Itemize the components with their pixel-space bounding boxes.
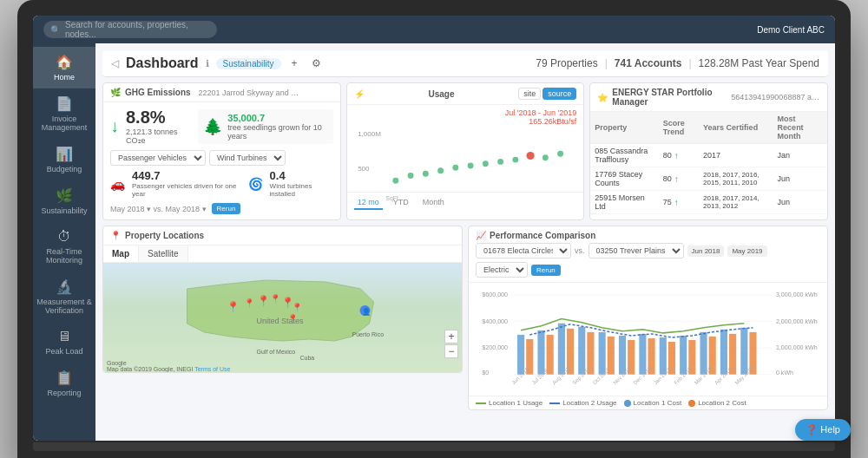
perf-chart-svg: $600,000 $400,000 $200,000 $0 3,000,000 … (476, 286, 820, 392)
sidebar-item-reporting[interactable]: 📋 Reporting (33, 363, 95, 404)
help-button[interactable]: ❓ Help (795, 419, 851, 441)
breadcrumb-tag[interactable]: Sustainability (216, 58, 281, 69)
ghg-body: ↓ 8.8% 2,121.3 tonnes CO₂e 🌲 35,000.7 (103, 102, 340, 219)
search-bar[interactable]: 🔍 Search for accounts, properties, nodes… (43, 21, 217, 38)
peakload-icon: 🖥 (57, 329, 71, 344)
es-title: ENERGY STAR Portfolio Manager (612, 88, 723, 107)
sidebar-item-realtime[interactable]: ⏱ Real-Time Monitoring (33, 222, 95, 272)
sidebar-item-budgeting[interactable]: 📊 Budgeting (33, 139, 95, 180)
legend-loc1-usage-label: Location 1 Usage (489, 399, 542, 407)
svg-text:Puerto Rico: Puerto Rico (352, 331, 385, 337)
svg-point-9 (497, 159, 503, 165)
map-pin-6: 📍 (292, 302, 303, 313)
sidebar-label-home: Home (54, 73, 75, 82)
map-card: 📍 Property Locations Map Satellite (102, 226, 463, 373)
svg-text:2,000,000 kWh: 2,000,000 kWh (776, 318, 818, 325)
svg-point-11 (526, 152, 534, 160)
ghg-subtitle: 22201 Jarrod Skyway and 77 oth... (199, 88, 303, 97)
ghg-card-header: 🌿 GHG Emissions 22201 Jarrod Skyway and … (103, 83, 340, 102)
reporting-icon: 📋 (56, 370, 73, 386)
svg-point-5 (437, 167, 444, 173)
performance-card: 📈 Performance Comparison 01678 Electa Ci… (468, 226, 828, 410)
passenger-vehicles-select[interactable]: Passenger Vehicles (110, 150, 206, 166)
back-button[interactable]: ◁ (111, 57, 119, 69)
map-attribution: Google Map data ©2019 Google, INEGI Term… (107, 360, 230, 372)
info-icon: ℹ (206, 58, 209, 69)
svg-text:United States: United States (257, 317, 305, 325)
es-score-1: 80 ↑ (659, 144, 699, 167)
map-pin-3: 📍 (257, 294, 270, 307)
ghg-stat2: 0.4 Wind turbines installed (270, 169, 333, 198)
sidebar-label-peakload: Peak Load (45, 347, 82, 356)
svg-text:500: 500 (358, 165, 370, 173)
ghg-rerun-button[interactable]: Rerun (212, 203, 241, 214)
map-tab-map[interactable]: Map (103, 245, 139, 262)
legend-loc1-cost-label: Location 1 Cost (634, 399, 682, 407)
sidebar-item-mv[interactable]: 🔬 Measurement & Verification (33, 272, 95, 322)
usage-card: ⚡ Usage site source Jul '2018 - Jun '201… (346, 82, 585, 220)
source-toggle[interactable]: source (542, 88, 576, 100)
dashboard-grid: 🌿 GHG Emissions 22201 Jarrod Skyway and … (102, 82, 828, 220)
legend-loc2-usage: Location 2 Usage (549, 399, 616, 407)
zoom-out-button[interactable]: − (444, 344, 458, 358)
invoice-icon: 📄 (56, 95, 73, 112)
metric-select[interactable]: Electric (476, 262, 528, 278)
sidebar-label-realtime: Real-Time Monitoring (36, 247, 92, 265)
perf-rerun-button[interactable]: Rerun (531, 265, 561, 276)
es-subtitle: 56413941990068887 and 740... (731, 93, 820, 101)
zoom-in-button[interactable]: + (444, 330, 458, 344)
svg-text:$0: $0 (482, 370, 489, 376)
terms-label[interactable]: Terms of Use (194, 366, 230, 372)
svg-text:3,000,000 kWh: 3,000,000 kWh (776, 291, 818, 298)
sidebar-item-home[interactable]: 🏠 Home (33, 47, 95, 88)
table-row: 25915 Morsen Ltd 75 ↑ 2018, 2017, 2014, … (590, 191, 827, 214)
ghg-arrow-icon: ↓ (110, 116, 119, 136)
tree-data: 35,000.7 tree seedlings grown for 10 yea… (227, 113, 327, 141)
add-button[interactable]: + (288, 56, 301, 71)
sidebar-item-peakload[interactable]: 🖥 Peak Load (33, 322, 95, 363)
perf-icon: 📈 (476, 231, 486, 240)
es-years-1: 2017 (699, 144, 773, 167)
es-body: Property Score Trend Years Certified Mos… (590, 112, 827, 214)
perf-controls: 01678 Electa Circles sele... vs. 03250 T… (476, 243, 820, 278)
turbine-icon: 🌀 (248, 177, 263, 191)
usage-chart-area: Jul '2018 - Jun '2019 165.26kBtu/sf 1,00… (347, 105, 584, 192)
perf-location2-select[interactable]: 03250 Trever Plains sele... (589, 243, 684, 258)
map-tab-satellite[interactable]: Satellite (139, 245, 188, 262)
svg-text:👤: 👤 (362, 307, 371, 316)
svg-text:1,000,000 kWh: 1,000,000 kWh (776, 344, 818, 351)
svg-point-10 (512, 157, 518, 163)
map-tabs: Map Satellite (103, 245, 462, 263)
settings-button[interactable]: ⚙ (308, 56, 325, 71)
svg-point-4 (423, 171, 429, 177)
search-icon: 🔍 (50, 25, 61, 35)
sidebar-item-sustainability[interactable]: 🌿 Sustainability (33, 180, 95, 222)
sidebar-item-invoice[interactable]: 📄 Invoice Management (33, 88, 95, 139)
ghg-selects: Passenger Vehicles Wind Turbines (110, 150, 333, 166)
svg-point-6 (452, 165, 458, 171)
svg-point-3 (407, 173, 413, 179)
legend-loc1-usage-line (476, 402, 486, 404)
usage-date-range: Jul '2018 - Jun '2019 (351, 108, 581, 117)
legend-loc2-cost: Location 2 Cost (688, 399, 746, 407)
stat1-num: 449.7 (132, 169, 241, 182)
usage-toggle: site source (518, 88, 576, 100)
es-month-3: Jun (773, 191, 827, 214)
es-table: Property Score Trend Years Certified Mos… (590, 112, 827, 214)
svg-text:$200,000: $200,000 (482, 344, 508, 351)
wind-turbines-select[interactable]: Wind Turbines (209, 150, 286, 166)
es-col-years: Years Certified (699, 112, 773, 144)
ghg-footer: May 2018 ▾ vs. May 2018 ▾ Rerun (110, 203, 333, 214)
es-col-month: Most Recent Month (773, 112, 827, 144)
header-stats: 79 Properties | 741 Accounts | 128.28M P… (536, 57, 819, 69)
sustainability-icon: 🌿 (56, 187, 73, 204)
perf-location1-select[interactable]: 01678 Electa Circles sele... (476, 243, 571, 258)
site-toggle[interactable]: site (518, 88, 541, 100)
date2-badge: May 2019 (727, 245, 766, 257)
google-label: Google (107, 360, 127, 366)
page-header: ◁ Dashboard ℹ Sustainability + ⚙ 79 Prop… (102, 50, 828, 77)
svg-point-2 (392, 178, 398, 184)
tree-icon: 🌲 (203, 117, 222, 136)
content-area: ◁ Dashboard ℹ Sustainability + ⚙ 79 Prop… (95, 43, 835, 441)
client-label: Demo Client ABC (757, 25, 825, 35)
